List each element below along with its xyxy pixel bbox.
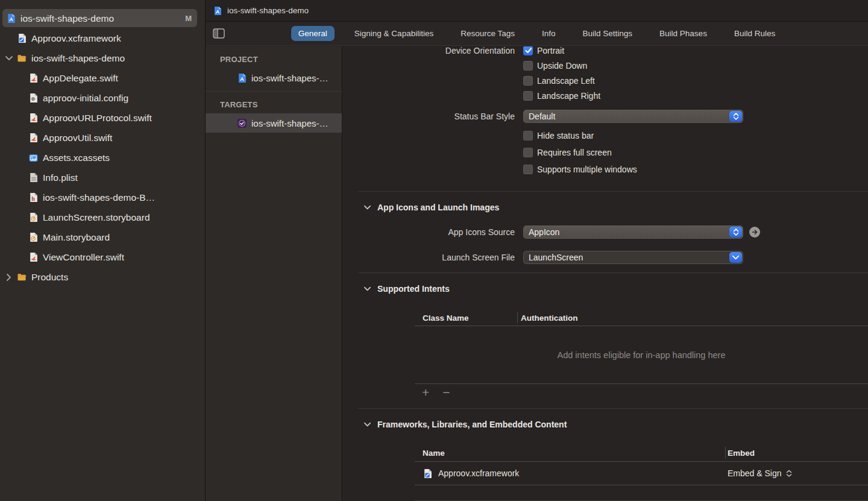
section-frameworks[interactable]: Frameworks, Libraries, and Embedded Cont… [363,419,567,430]
field-label: Status Bar Style [342,112,515,121]
add-intent-button[interactable]: + [422,387,429,398]
xcode-project-icon [6,13,16,24]
tab-build-phases[interactable]: Build Phases [652,26,714,41]
config-tab-bar: General Signing & Capabilities Resource … [206,22,868,46]
nav-item-infoplist[interactable]: Info.plist [0,168,205,187]
targets-header: TARGETS [206,95,342,113]
nav-item-label: Assets.xcassets [43,153,110,163]
nav-item-label: ApproovURLProtocol.swift [43,113,152,124]
embed-popup[interactable]: Embed & Sign [728,468,793,478]
plist-file-icon [28,172,39,183]
swift-file-icon [28,73,39,83]
nav-item-launchscreen[interactable]: LaunchScreen.storyboard [0,207,205,227]
popup-stepper-icon [729,111,742,122]
nav-item-config[interactable]: approov-initial.config [0,88,205,108]
target-item-label: ios-swift-shapes-… [251,118,329,128]
nav-item-label: AppDelegate.swift [43,73,118,84]
checkbox-icon [523,76,533,86]
sidebar-toggle-icon[interactable] [213,28,225,39]
nav-item-mainstoryboard[interactable]: Main.storyboard [0,227,205,247]
column-divider [725,447,726,459]
section-divider [358,273,868,273]
checkbox-icon [523,91,533,101]
window-tab[interactable]: ios-swift-shapes-demo [213,6,309,16]
remove-intent-button[interactable]: − [442,387,450,398]
framework-file-icon [423,468,433,479]
table-line [415,383,868,384]
xcode-project-icon [213,6,222,16]
storyboard-file-icon [28,212,39,222]
table-empty-body: Add intents eligible for in-app handling… [415,326,868,383]
nav-item-products[interactable]: Products [0,267,205,287]
framework-row[interactable]: Approov.xcframework Embed & Sign [415,462,868,485]
section-supported-intents[interactable]: Supported Intents [363,283,450,294]
checkbox-icon [523,148,533,157]
swift-file-icon [28,113,39,123]
empty-table-placeholder: Add intents eligible for in-app handling… [415,350,868,360]
chevron-down-icon [363,285,371,293]
general-settings-pane: Device Orientation Portrait Upside Down … [342,46,868,501]
folder-icon [17,272,27,282]
nav-item-appdelegate[interactable]: AppDelegate.swift [0,68,205,88]
checkbox-upside-down[interactable]: Upside Down [523,58,600,73]
tab-build-rules[interactable]: Build Rules [727,26,782,41]
nav-item-assets[interactable]: Assets.xcassets [0,148,205,168]
checkbox-hide-status-bar[interactable]: Hide status bar [523,127,637,144]
checkbox-portrait[interactable]: Portrait [523,46,600,58]
checkbox-supports-multiple-windows[interactable]: Supports multiple windows [523,161,637,178]
header-file-icon [28,192,39,203]
tab-resource-tags[interactable]: Resource Tags [453,26,522,41]
app-icons-source-popup[interactable]: AppIcon [523,225,743,239]
editor-area: ios-swift-shapes-demo General Signing & … [206,0,868,501]
field-label: Launch Screen File [342,253,515,262]
nav-item-label: ApproovUtil.swift [43,133,112,143]
folder-icon [17,53,27,63]
section-app-icons[interactable]: App Icons and Launch Images [363,202,499,213]
field-label: App Icons Source [342,227,515,237]
nav-item-label: Products [31,272,68,283]
swift-file-icon [28,252,39,262]
target-item[interactable]: ios-swift-shapes-… [206,113,342,133]
chevron-down-icon [363,421,371,429]
project-targets-panel: PROJECT ios-swift-shapes-… TARGETS ios-s… [206,46,342,501]
nav-item-urlprotocol[interactable]: ApproovURLProtocol.swift [0,108,205,128]
tab-build-settings[interactable]: Build Settings [576,26,640,41]
frameworks-table: Name Embed Approov.xcframework Embed & S… [415,444,868,501]
swift-file-icon [28,133,39,143]
nav-item-label: approov-initial.config [43,93,128,104]
nav-item-framework[interactable]: Approov.xcframework [0,28,205,48]
project-item-label: ios-swift-shapes-… [251,73,329,83]
chevron-down-icon[interactable] [5,54,13,63]
chevron-right-icon[interactable] [5,273,13,282]
nav-item-viewcontroller[interactable]: ViewController.swift [0,247,205,267]
checkbox-checked-icon [523,46,533,55]
checkbox-icon [523,131,533,140]
empty-row-space [415,485,868,500]
checkbox-landscape-right[interactable]: Landscape Right [523,88,600,103]
field-label: Device Orientation [342,46,515,55]
popup-updown-icon [785,470,793,477]
status-bar-style-popup[interactable]: Default [523,110,743,123]
window-tab-label: ios-swift-shapes-demo [227,6,309,15]
project-item[interactable]: ios-swift-shapes-… [206,68,342,87]
nav-item-bridging-header[interactable]: ios-swift-shapes-demo-B… [0,187,205,207]
nav-item-approovutil[interactable]: ApproovUtil.swift [0,128,205,148]
config-file-icon [28,93,39,103]
project-navigator: ios-swift-shapes-demo M Approov.xcframew… [0,0,206,501]
column-header-name: Name [415,449,445,458]
checkbox-landscape-left[interactable]: Landscape Left [523,73,600,88]
supported-intents-table: Class Name Authentication Add intents el… [415,310,868,384]
modified-badge: M [185,14,192,23]
checkbox-requires-full-screen[interactable]: Requires full screen [523,144,637,161]
nav-item-group-folder[interactable]: ios-swift-shapes-demo [0,48,205,68]
jump-arrow-button[interactable] [749,227,760,238]
tab-signing-capabilities[interactable]: Signing & Capabilities [347,26,441,41]
xcode-project-icon [237,73,247,83]
launch-screen-file-combo[interactable]: LaunchScreen [523,251,743,264]
nav-item-label: Approov.xcframework [31,33,121,44]
tab-info[interactable]: Info [535,26,563,41]
target-tabs: General Signing & Capabilities Resource … [291,26,782,41]
tab-general[interactable]: General [291,26,335,41]
nav-item-label: ios-swift-shapes-demo [31,53,125,64]
nav-item-project-root[interactable]: ios-swift-shapes-demo M [0,8,205,28]
